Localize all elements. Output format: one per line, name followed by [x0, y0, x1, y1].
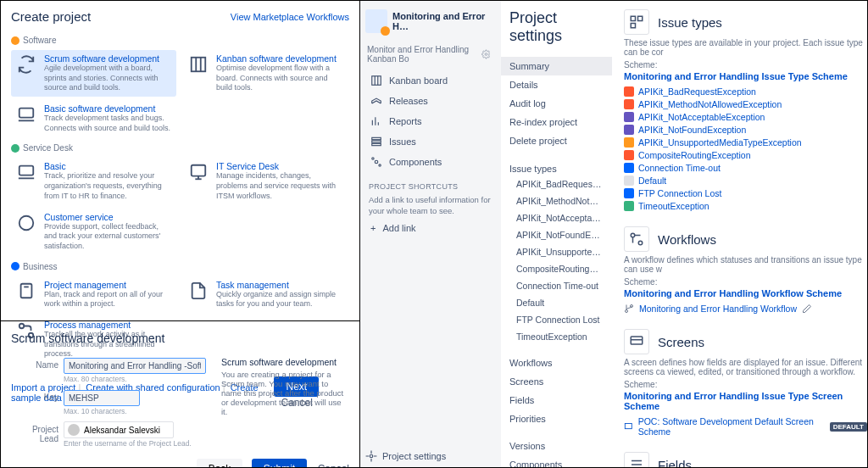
- issue-type-link[interactable]: Default: [624, 176, 867, 186]
- svg-rect-35: [625, 423, 632, 428]
- branch-icon: [624, 304, 634, 314]
- settings-nav-item[interactable]: TimeoutException: [501, 328, 612, 345]
- issue-type-link[interactable]: APIKit_NotAcceptableException: [624, 112, 867, 122]
- issue-type-link[interactable]: Connection Time-out: [624, 163, 867, 173]
- avatar-icon: [68, 424, 80, 436]
- screens-section: Screens A screen defines how fields are …: [624, 329, 867, 437]
- project-form-panel: Scrum software development Name Max. 80 …: [1, 321, 359, 468]
- back-button[interactable]: Back: [197, 459, 243, 468]
- workflow-scheme-link[interactable]: Monitoring and Error Handling Workflow S…: [624, 288, 867, 298]
- project-settings-link[interactable]: Project settings: [365, 450, 446, 462]
- svg-rect-21: [372, 137, 381, 139]
- laptop-icon: [15, 161, 37, 183]
- settings-title: Project settings: [501, 9, 612, 57]
- issue-type-link[interactable]: APIKit_UnsupportedMediaTypeException: [624, 137, 867, 148]
- settings-nav-item[interactable]: APIKit_UnsupportedMediaT…: [501, 243, 612, 260]
- settings-nav-item[interactable]: Priorities: [501, 410, 612, 428]
- issue-type-link[interactable]: FTP Connection Lost: [624, 188, 867, 198]
- svg-point-14: [485, 53, 487, 56]
- settings-nav-item[interactable]: APIKit_NotAcceptableExcept…: [501, 209, 612, 226]
- board-icon: [187, 53, 209, 75]
- settings-nav-item[interactable]: CompositeRoutingException: [501, 260, 612, 277]
- issue-types-icon: [624, 9, 649, 35]
- svg-point-32: [638, 241, 643, 245]
- svg-rect-15: [372, 76, 381, 86]
- create-project-panel: Create project View Marketplace Workflow…: [1, 1, 359, 321]
- page-icon: [187, 280, 209, 302]
- submit-button[interactable]: Submit: [252, 459, 307, 468]
- screen-icon: [624, 421, 633, 432]
- svg-rect-23: [372, 143, 381, 145]
- template-option-basic[interactable]: Basic software developmentTrack developm…: [11, 100, 176, 136]
- svg-rect-29: [638, 16, 643, 20]
- settings-nav-item[interactable]: APIKit_MethodNotAllowedE…: [501, 192, 612, 209]
- create-title: Create project: [11, 9, 91, 24]
- edit-icon[interactable]: [802, 304, 812, 314]
- nav-components[interactable]: Components: [365, 152, 496, 172]
- gear-icon[interactable]: [481, 48, 491, 60]
- svg-rect-3: [19, 109, 34, 118]
- issue-types-section: Issue types These issue types are availa…: [624, 9, 867, 211]
- settings-nav-item[interactable]: Re-index project: [501, 113, 612, 131]
- svg-point-26: [379, 164, 381, 166]
- template-option-sdbasic[interactable]: BasicTrack, prioritize and resolve your …: [11, 158, 176, 204]
- cancel-button-2[interactable]: Cancel: [318, 463, 349, 468]
- settings-nav: Project settings SummaryDetailsAudit log…: [501, 1, 612, 467]
- settings-nav-item[interactable]: APIKit_NotFoundException: [501, 226, 612, 243]
- svg-point-31: [631, 233, 635, 237]
- settings-nav-item[interactable]: Connection Time-out: [501, 277, 612, 294]
- issue-type-link[interactable]: TimeoutException: [624, 201, 867, 211]
- template-option-kanban[interactable]: Kanban software developmentOptimise deve…: [183, 50, 348, 97]
- settings-nav-item[interactable]: Versions: [501, 437, 612, 455]
- svg-point-24: [375, 160, 378, 164]
- settings-nav-item[interactable]: Components: [501, 455, 612, 468]
- template-option-pm[interactable]: Project managementPlan, track and report…: [11, 276, 176, 313]
- project-sidebar: Monitoring and Error H… Monitor and Erro…: [360, 1, 501, 467]
- workflows-icon: [624, 226, 649, 252]
- issue-type-link[interactable]: APIKit_MethodNotAllowedException: [624, 99, 867, 109]
- settings-nav-item[interactable]: Details: [501, 75, 612, 94]
- monitor-icon: [187, 161, 209, 183]
- settings-nav-item[interactable]: Default: [501, 294, 612, 311]
- svg-rect-28: [631, 16, 635, 20]
- svg-rect-7: [192, 165, 206, 176]
- loop-icon: [15, 53, 37, 75]
- name-input[interactable]: [64, 358, 206, 374]
- issue-type-link[interactable]: APIKit_BadRequestException: [624, 86, 867, 97]
- svg-rect-30: [631, 24, 635, 28]
- settings-nav-item[interactable]: Summary: [501, 57, 612, 75]
- svg-point-25: [372, 158, 374, 159]
- gear-icon: [365, 450, 377, 462]
- settings-nav-item[interactable]: Workflows: [501, 354, 612, 372]
- settings-nav-item[interactable]: Screens: [501, 372, 612, 391]
- lead-picker[interactable]: Aleksandar Salevski: [64, 421, 174, 438]
- nav-releases[interactable]: Releases: [365, 91, 496, 111]
- issue-scheme-link[interactable]: Monitoring and Error Handling Issue Type…: [624, 71, 867, 81]
- settings-nav-item[interactable]: APIKit_BadRequestException: [501, 176, 612, 192]
- marketplace-link[interactable]: View Marketplace Workflows: [231, 12, 349, 22]
- svg-point-27: [370, 454, 373, 458]
- add-link-button[interactable]: +Add link: [365, 219, 496, 237]
- nav-reports[interactable]: Reports: [365, 111, 496, 131]
- screens-icon: [624, 329, 649, 354]
- nav-kanban-board[interactable]: Kanban board: [365, 70, 496, 91]
- settings-nav-item[interactable]: FTP Connection Lost: [501, 311, 612, 328]
- issue-type-link[interactable]: CompositeRoutingException: [624, 150, 867, 160]
- template-option-tm[interactable]: Task managementQuickly organize and assi…: [183, 276, 348, 313]
- svg-rect-11: [21, 283, 32, 298]
- svg-rect-22: [372, 141, 381, 142]
- settings-nav-item[interactable]: Fields: [501, 391, 612, 410]
- template-option-scrum[interactable]: Scrum software developmentAgile developm…: [11, 50, 176, 97]
- settings-nav-item[interactable]: Audit log: [501, 94, 612, 113]
- template-option-cs[interactable]: Customer serviceProvide support, collect…: [11, 209, 176, 255]
- issue-type-link[interactable]: APIKit_NotFoundException: [624, 125, 867, 135]
- settings-nav-item[interactable]: Delete project: [501, 131, 612, 150]
- workflows-section: Workflows A workflow defines which statu…: [624, 226, 867, 314]
- key-input[interactable]: [64, 390, 140, 406]
- laptop-icon: [15, 103, 37, 125]
- screen-scheme-link[interactable]: Monitoring and Error Handling Issue Type…: [624, 391, 867, 411]
- fields-section: Fields: [624, 452, 867, 467]
- form-title: Scrum software development: [11, 332, 349, 345]
- template-option-itsd[interactable]: IT Service DeskManage incidents, changes…: [183, 158, 348, 204]
- nav-issues[interactable]: Issues: [365, 131, 496, 152]
